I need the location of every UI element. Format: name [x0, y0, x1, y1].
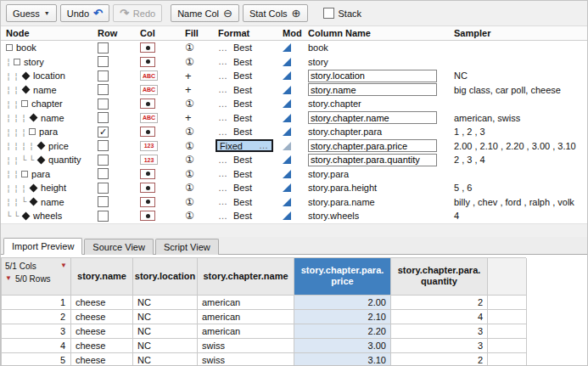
row-number[interactable]: 1: [2, 296, 71, 310]
mod-triangle-icon[interactable]: [283, 114, 291, 122]
fill-plus-icon[interactable]: +: [185, 84, 192, 95]
row-checkbox[interactable]: [98, 140, 109, 151]
preview-cell[interactable]: 2.20: [294, 324, 391, 339]
row-checkbox[interactable]: [98, 183, 109, 194]
format-selector[interactable]: …Best: [215, 197, 252, 207]
fill-circle-one-icon[interactable]: ①: [185, 211, 194, 221]
tree-row-chapter[interactable]: ¦¦chapter①…Beststory.chapter: [1, 97, 587, 111]
mod-triangle-icon[interactable]: [283, 99, 291, 108]
mod-triangle-icon[interactable]: [283, 127, 291, 136]
fill-circle-one-icon[interactable]: ①: [185, 197, 194, 207]
preview-cell[interactable]: NC: [133, 296, 198, 310]
row-checkbox[interactable]: [98, 56, 109, 67]
row-number[interactable]: 3: [2, 324, 71, 339]
mod-triangle-icon[interactable]: [283, 86, 291, 94]
fill-circle-one-icon[interactable]: ①: [185, 155, 194, 165]
format-selector[interactable]: …Best: [215, 42, 252, 53]
fill-circle-one-icon[interactable]: ①: [185, 183, 194, 193]
undo-button[interactable]: Undo ↶: [60, 4, 109, 22]
numeric-type-icon[interactable]: 123: [140, 141, 158, 151]
format-selector[interactable]: …Best: [215, 113, 252, 123]
preview-cell[interactable]: cheese: [71, 339, 133, 353]
guess-button[interactable]: Guess ▼: [6, 4, 57, 22]
mod-triangle-icon[interactable]: [283, 183, 291, 192]
mod-triangle-icon[interactable]: [283, 71, 291, 80]
preview-cell[interactable]: 3.10: [294, 353, 391, 366]
preview-column-header[interactable]: story.chapter.para.quantity: [391, 258, 488, 296]
tree-row-height[interactable]: ¦¦¦height①…Beststory.para.height5 , 6: [1, 181, 587, 195]
preview-cell[interactable]: american: [198, 324, 294, 339]
format-selector[interactable]: …Best: [215, 85, 252, 95]
preview-column-header[interactable]: story.chapter.para.price: [294, 258, 391, 296]
tab-import-preview[interactable]: Import Preview: [3, 238, 82, 255]
tree-row-para[interactable]: ¦¦¦para✓①…Beststory.chapter.para1 , 2 , …: [1, 125, 587, 139]
tree-row-book[interactable]: book①…Bestbook: [1, 41, 587, 55]
row-number[interactable]: 5: [2, 353, 71, 366]
preview-cell[interactable]: NC: [133, 339, 198, 353]
format-selector[interactable]: Fixed…: [216, 139, 273, 152]
preview-cell[interactable]: swiss: [198, 353, 294, 366]
preview-cell[interactable]: 2: [391, 353, 488, 366]
occurrence-icon[interactable]: [140, 57, 155, 67]
tree-row-name[interactable]: ¦¦nameABC+…Bestbig class, car poll, chee…: [1, 83, 587, 98]
preview-cell[interactable]: 2.00: [294, 296, 391, 310]
name-col-button[interactable]: Name Col ⊖: [171, 4, 239, 22]
preview-column-header[interactable]: story.chapter.name: [198, 258, 294, 296]
preview-cell[interactable]: 3: [391, 339, 488, 353]
numeric-type-icon[interactable]: 123: [140, 155, 158, 165]
preview-cell[interactable]: NC: [133, 324, 198, 339]
format-selector[interactable]: …Best: [215, 183, 252, 193]
column-name-input[interactable]: [308, 111, 437, 124]
preview-cell[interactable]: american: [198, 310, 294, 324]
occurrence-icon[interactable]: [140, 197, 155, 207]
tree-row-location[interactable]: ¦¦locationABC+…BestNC: [1, 69, 587, 83]
character-type-icon[interactable]: ABC: [140, 70, 158, 81]
mod-triangle-icon[interactable]: [283, 142, 291, 150]
row-number[interactable]: 2: [2, 310, 71, 324]
occurrence-icon[interactable]: [140, 127, 155, 137]
column-name-input[interactable]: [308, 83, 437, 96]
preview-column-header[interactable]: story.name: [71, 258, 133, 296]
mod-triangle-icon[interactable]: [283, 170, 291, 178]
occurrence-icon[interactable]: [140, 99, 155, 109]
tree-row-wheels[interactable]: └└wheels①…Beststory.wheels4: [1, 209, 587, 223]
mod-triangle-icon[interactable]: [283, 155, 291, 164]
preview-cell[interactable]: NC: [133, 353, 198, 366]
preview-cell[interactable]: 3.00: [294, 339, 391, 353]
row-checkbox[interactable]: [98, 42, 109, 53]
redo-button[interactable]: ↷ Redo: [113, 4, 162, 22]
stat-cols-button[interactable]: Stat Cols ⊕: [243, 4, 308, 22]
fill-circle-one-icon[interactable]: ①: [185, 99, 194, 109]
preview-cell[interactable]: 2.10: [294, 310, 391, 324]
preview-cell[interactable]: NC: [133, 310, 198, 324]
column-name-input[interactable]: [308, 139, 437, 152]
format-selector[interactable]: …Best: [215, 169, 252, 179]
preview-cell[interactable]: cheese: [71, 296, 133, 310]
format-selector[interactable]: …Best: [215, 99, 252, 109]
stack-checkbox[interactable]: [323, 8, 334, 19]
row-checkbox[interactable]: [98, 168, 109, 179]
preview-cell[interactable]: 2: [391, 296, 488, 310]
row-checkbox[interactable]: [98, 196, 109, 207]
row-checkbox[interactable]: [98, 99, 109, 110]
preview-cell[interactable]: cheese: [71, 324, 133, 339]
preview-cell[interactable]: 3: [391, 324, 488, 339]
format-selector[interactable]: …Best: [215, 155, 252, 165]
preview-column-header[interactable]: story.location: [133, 258, 198, 296]
row-number[interactable]: 4: [2, 339, 71, 353]
character-type-icon[interactable]: ABC: [140, 85, 158, 95]
mod-triangle-icon[interactable]: [283, 43, 291, 52]
column-name-input[interactable]: [308, 154, 437, 166]
format-selector[interactable]: …Best: [215, 57, 252, 67]
preview-cell[interactable]: american: [198, 296, 294, 310]
row-checkbox[interactable]: ✓: [98, 127, 109, 138]
row-checkbox[interactable]: [98, 211, 109, 222]
tree-row-para[interactable]: ¦¦para①…Beststory.para: [1, 167, 587, 182]
format-selector[interactable]: …Best: [215, 127, 252, 137]
tree-row-price[interactable]: ¦¦¦¦price123①Fixed…2.00 , 2.10 , 2.20 , …: [1, 139, 587, 154]
fill-circle-one-icon[interactable]: ①: [185, 127, 194, 137]
format-selector[interactable]: …Best: [215, 70, 252, 81]
fill-circle-one-icon[interactable]: ①: [185, 57, 194, 67]
mod-triangle-icon[interactable]: [283, 211, 291, 220]
row-checkbox[interactable]: [98, 70, 109, 82]
